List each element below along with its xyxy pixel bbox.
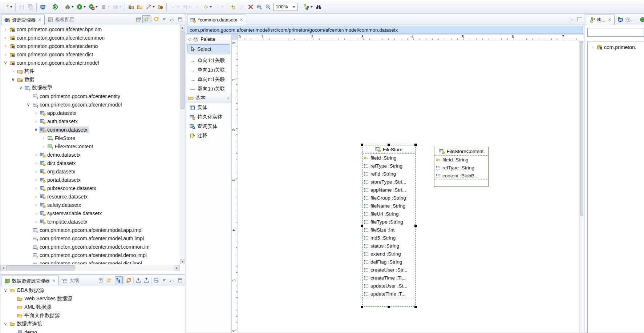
entity-field-row[interactable]: extend:String xyxy=(362,250,415,258)
tree-item[interactable]: ›com.primeton. xyxy=(588,43,644,51)
collapse-icon[interactable]: ∨ xyxy=(3,60,8,65)
new-wizard-button[interactable] xyxy=(2,2,14,12)
entity-field-row[interactable]: content:BlobB... xyxy=(434,172,488,180)
palette-tool-select[interactable]: Select xyxy=(187,44,230,53)
tree-item[interactable]: ›?FileStoreContent xyxy=(0,142,180,151)
entity-field-row[interactable]: fileSize:Int xyxy=(362,226,415,234)
minimize-button[interactable] xyxy=(168,276,176,284)
editor-vertical-scrollbar[interactable] xyxy=(579,40,584,333)
entity-field-row[interactable]: status:String xyxy=(362,242,415,250)
project-tree[interactable]: ›com.primeton.gocom.afcenter.bps.om›com.… xyxy=(0,25,180,264)
view-menu-button[interactable] xyxy=(160,276,168,284)
selection-handle[interactable] xyxy=(361,144,363,146)
dropdown-arrow-icon[interactable] xyxy=(10,6,12,9)
check-in-button[interactable] xyxy=(169,2,181,12)
tab-resource-explorer[interactable]: 资源管理器✕ xyxy=(1,15,45,25)
scroll-left-button[interactable]: ◄ xyxy=(0,265,6,271)
view-menu-button[interactable] xyxy=(160,15,168,23)
dropdown-arrow-icon[interactable] xyxy=(108,6,110,9)
collapse-icon[interactable]: ∨ xyxy=(3,288,8,293)
tree-item[interactable]: ∨common.datasetx xyxy=(0,125,180,134)
synchronize-button[interactable] xyxy=(181,2,193,12)
close-icon[interactable]: ✕ xyxy=(239,17,243,22)
open-directory-button[interactable] xyxy=(135,2,144,12)
tree-item[interactable]: ?com.primeton.gocom.afcenter.entity xyxy=(0,92,180,100)
entity-field-row[interactable]: fileGroup:String xyxy=(362,194,415,202)
entity-field-row[interactable]: fileId:String xyxy=(434,156,488,164)
tree-item[interactable]: ›systemvariable.datasetx xyxy=(0,209,180,217)
refresh-schema-button[interactable] xyxy=(125,276,133,284)
relaunch-button[interactable] xyxy=(111,2,123,12)
entity-filestore[interactable]: FileStorefileId:StringrefType:StringrefI… xyxy=(362,145,416,307)
forward-button[interactable] xyxy=(213,2,225,12)
tree-item[interactable]: ›template.datasetx xyxy=(0,217,180,226)
tree-item[interactable]: ∨?com.primeton.gocom.afcenter.model xyxy=(0,100,180,109)
redo-button[interactable] xyxy=(238,2,246,12)
entity-field-row[interactable]: fileName:String xyxy=(362,202,415,210)
back-button[interactable] xyxy=(201,2,213,12)
tree-item[interactable]: ›demo.datasetx xyxy=(0,151,180,159)
entity-field-row[interactable]: refType:String xyxy=(362,162,415,170)
explorer-vertical-scrollbar[interactable]: ▲ ▼ xyxy=(180,25,185,264)
link-with-editor-button[interactable] xyxy=(105,276,113,284)
collapse-all-button[interactable] xyxy=(97,276,105,284)
dropdown-arrow-icon[interactable] xyxy=(222,6,224,9)
palette-tool[interactable]: 注释 xyxy=(187,131,230,140)
maximize-button[interactable] xyxy=(176,276,184,284)
entity-field-row[interactable]: updateTime:T... xyxy=(362,290,415,298)
tree-item[interactable]: ?com.primeton.gocom.afcenter.model.demo.… xyxy=(0,251,180,259)
collapse-all-button[interactable] xyxy=(134,15,142,23)
tree-item[interactable]: ›?构件 xyxy=(0,67,180,75)
maximize-button[interactable] xyxy=(578,17,582,21)
dropdown-arrow-icon[interactable] xyxy=(120,6,122,9)
selection-handle[interactable] xyxy=(361,225,363,227)
palette-tool[interactable]: →单向1:1关联 xyxy=(187,56,230,65)
last-edit-location-button[interactable] xyxy=(193,2,201,12)
tree-item[interactable]: ?com.primeton.gocom.afcenter.model.dict.… xyxy=(0,259,180,264)
open-resource-button[interactable] xyxy=(127,2,135,12)
entity-field-row[interactable]: createTime:Ti... xyxy=(362,274,415,282)
collapse-icon[interactable]: ∨ xyxy=(25,102,31,107)
dropdown-arrow-icon[interactable] xyxy=(96,6,98,9)
tree-item[interactable]: ›?FileStore xyxy=(0,134,180,142)
selection-handle[interactable] xyxy=(414,306,417,308)
close-icon[interactable]: ✕ xyxy=(607,17,611,22)
tree-item[interactable]: ›com.primeton.gocom.afcenter.demo xyxy=(0,42,180,50)
tree-item[interactable]: ›safety.datasetx xyxy=(0,201,180,209)
entity-field-row[interactable]: refType:String xyxy=(434,164,488,172)
dropdown-arrow-icon[interactable] xyxy=(84,6,86,9)
tab-components[interactable]: 构...✕ xyxy=(586,15,615,25)
tab-outline[interactable]: 大纲 xyxy=(59,276,82,286)
search-button[interactable] xyxy=(314,2,323,12)
tree-item[interactable]: ›com.primeton.gocom.afcenter.bps.om xyxy=(0,25,180,33)
collapse-icon[interactable]: ∨ xyxy=(10,77,16,82)
tree-item[interactable]: ›com.primeton.gocom.afcenter.common xyxy=(0,33,180,42)
tree-item[interactable]: ›auth.datasetx xyxy=(0,117,180,125)
entity-field-row[interactable]: fileType:String xyxy=(362,218,415,226)
dropdown-arrow-icon[interactable] xyxy=(72,6,74,9)
expand-icon[interactable]: › xyxy=(10,68,16,74)
start-server-button[interactable] xyxy=(51,2,60,12)
entity-title[interactable]: FileStore xyxy=(362,145,415,154)
import-profiles-button[interactable] xyxy=(134,276,142,284)
tree-item[interactable]: ?com.primeton.gocom.afcenter.model.app.i… xyxy=(0,226,180,234)
tree-item[interactable]: demo xyxy=(0,328,185,333)
dropdown-arrow-icon[interactable] xyxy=(153,6,155,9)
tree-item[interactable]: ›com.primeton.gocom.afcenter.dict xyxy=(0,50,180,59)
expand-icon[interactable]: › xyxy=(33,185,39,191)
tree-item[interactable]: 平面文件数据源 xyxy=(0,311,185,320)
selection-handle[interactable] xyxy=(414,225,417,227)
tree-mode-button[interactable] xyxy=(115,276,123,284)
entity-field-row[interactable]: refId:String xyxy=(362,170,415,178)
scrollbar-thumb[interactable] xyxy=(181,31,185,109)
tree-item[interactable]: ›resource.datasetx xyxy=(0,192,180,201)
minimize-button[interactable] xyxy=(168,15,176,23)
expand-icon[interactable]: › xyxy=(33,210,39,216)
entity-field-row[interactable]: createUser:Str... xyxy=(362,266,415,274)
stop-button[interactable] xyxy=(99,2,111,12)
pin-icon[interactable]: « xyxy=(227,96,230,101)
export-profiles-button[interactable] xyxy=(142,276,150,284)
maximize-button[interactable] xyxy=(176,15,184,23)
tree-item[interactable]: ?com.primeton.gocom.afcenter.model.auth.… xyxy=(0,234,180,242)
entity-field-row[interactable]: fileUrl:String xyxy=(362,210,415,218)
